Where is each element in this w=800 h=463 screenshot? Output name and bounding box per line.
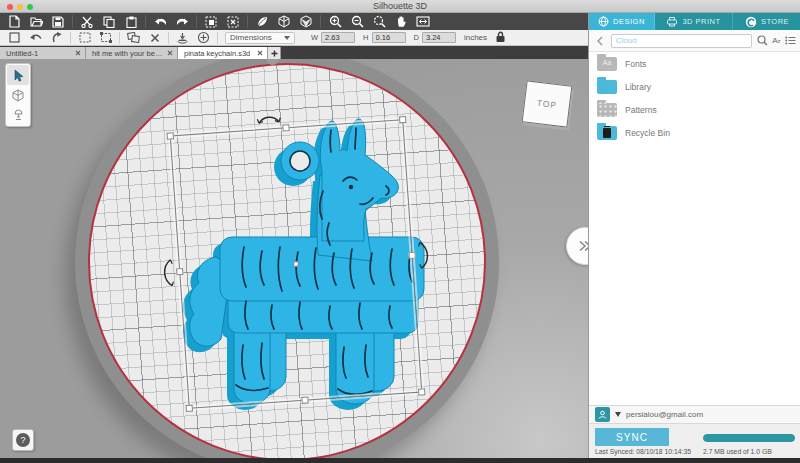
clear-selection-button[interactable] [222, 14, 244, 29]
scale-selection-button[interactable] [95, 31, 116, 45]
toolbar-separator [247, 15, 248, 28]
depth-label: D [414, 33, 419, 42]
cut-button[interactable] [76, 14, 98, 29]
copy-button[interactable] [98, 14, 120, 29]
doc-tab-label: pinata keychain.s3d [184, 49, 250, 58]
fit-to-window-button[interactable] [412, 14, 434, 29]
main-toolbar [0, 13, 588, 30]
view-cube[interactable]: TOP [522, 80, 573, 127]
fonts-badge: Aa [597, 59, 617, 66]
select-arrow-tool[interactable] [7, 65, 29, 85]
extrude-icon [13, 109, 24, 121]
depth-input[interactable] [422, 32, 456, 43]
lock-aspect-button[interactable] [495, 31, 506, 45]
undo-button[interactable] [149, 14, 171, 29]
new-tab-button[interactable] [268, 47, 281, 59]
account-row[interactable]: persialou@gmail.com [589, 405, 800, 423]
save-button[interactable] [47, 14, 69, 29]
toolbar-separator [168, 32, 169, 44]
tab-3d-print-label: 3D PRINT [682, 17, 720, 26]
paste-in-place-icon [205, 16, 217, 28]
toolbar-separator [72, 15, 73, 28]
close-icon[interactable] [167, 50, 173, 56]
rotate-left-icon [29, 33, 42, 43]
clipboard-icon [126, 16, 137, 28]
scissors-icon [81, 16, 93, 28]
zoom-in-button[interactable] [324, 14, 346, 29]
doc-tab-pinata-keychain[interactable]: pinata keychain.s3d [178, 47, 268, 59]
tab-design[interactable]: DESIGN [589, 13, 655, 30]
folder-fonts[interactable]: Aa Fonts [589, 52, 800, 75]
search-icon [757, 35, 768, 46]
resize-handle-nw[interactable] [167, 132, 174, 139]
resize-handle-n[interactable] [282, 124, 289, 131]
resize-handle-ne[interactable] [399, 116, 406, 123]
folder-recycle-bin[interactable]: Recycle Bin [589, 121, 800, 144]
library-panel: DESIGN 3D PRINT STORE Az Aa Fonts [588, 13, 800, 458]
rotate-handle-top[interactable] [255, 111, 282, 126]
center-handle[interactable] [293, 261, 299, 267]
close-icon[interactable] [75, 50, 81, 56]
doc-tab-untitled[interactable]: Untitled-1 [0, 47, 86, 59]
folder-patterns[interactable]: Patterns [589, 98, 800, 121]
extrude-tool[interactable] [7, 105, 29, 125]
rotate-handle-right[interactable] [417, 239, 432, 272]
zoom-in-icon [329, 15, 342, 28]
tab-store[interactable]: STORE [733, 13, 800, 30]
duplicate-button[interactable] [123, 31, 144, 45]
resize-handle-se[interactable] [418, 388, 425, 395]
resize-handle-sw[interactable] [186, 405, 193, 412]
rotate-right-button[interactable] [46, 31, 67, 45]
close-icon[interactable] [257, 50, 263, 56]
pan-button[interactable] [390, 14, 412, 29]
search-input[interactable] [611, 34, 752, 48]
selection-box[interactable] [170, 119, 423, 409]
dimensions-dropdown[interactable]: Dimensions [225, 32, 295, 44]
redo-button[interactable] [171, 14, 193, 29]
drop-to-bed-button[interactable] [172, 31, 193, 45]
resize-handle-s[interactable] [301, 396, 308, 403]
open-file-button[interactable] [25, 14, 47, 29]
width-input[interactable] [321, 32, 355, 43]
question-mark-icon: ? [16, 433, 30, 447]
lock-icon [495, 31, 506, 43]
resize-handle-e[interactable] [408, 252, 415, 259]
solid-view-button[interactable] [295, 14, 317, 29]
doc-tab-label: Untitled-1 [6, 49, 38, 58]
height-input[interactable] [372, 32, 406, 43]
leaf-icon [256, 16, 268, 28]
select-rectangle-button[interactable] [4, 31, 25, 45]
list-view-button[interactable] [783, 36, 797, 45]
hand-icon [396, 15, 407, 28]
folder-label: Recycle Bin [625, 128, 670, 138]
center-on-bed-button[interactable] [193, 31, 214, 45]
sort-z-label: z [778, 37, 781, 45]
selection-frame-button[interactable] [74, 31, 95, 45]
paste-in-place-button[interactable] [200, 14, 222, 29]
rotate-left-button[interactable] [25, 31, 46, 45]
units-label: inches [464, 33, 487, 42]
zoom-selection-button[interactable] [368, 14, 390, 29]
sync-area: SYNC Last Synced: 08/10/18 10:14:35 2.7 … [589, 423, 800, 458]
paste-button[interactable] [120, 14, 142, 29]
tab-3d-print[interactable]: 3D PRINT [655, 13, 733, 30]
rotate-handle-left[interactable] [160, 257, 175, 290]
zoom-out-button[interactable] [346, 14, 368, 29]
delete-button[interactable] [144, 31, 165, 45]
new-file-button[interactable] [3, 14, 25, 29]
sort-az-button[interactable]: Az [770, 37, 784, 45]
silhouette-logo-icon [745, 16, 757, 28]
2d-mode-button[interactable] [251, 14, 273, 29]
back-button[interactable] [593, 36, 607, 46]
storage-used-label: 2.7 MB used of 1.0 GB [703, 448, 772, 455]
search-button[interactable] [756, 35, 770, 46]
resize-handle-w[interactable] [176, 268, 183, 275]
account-dropdown-caret[interactable] [615, 412, 621, 417]
help-button[interactable]: ? [12, 429, 34, 451]
doc-tab-hit-me[interactable]: hit me with your best shot li [86, 47, 178, 59]
cube-tool[interactable] [7, 85, 29, 105]
folder-library[interactable]: Library [589, 75, 800, 98]
3d-view-button[interactable] [273, 14, 295, 29]
workspace-canvas[interactable]: TOP ? [0, 59, 588, 458]
sync-button[interactable]: SYNC [595, 428, 669, 446]
